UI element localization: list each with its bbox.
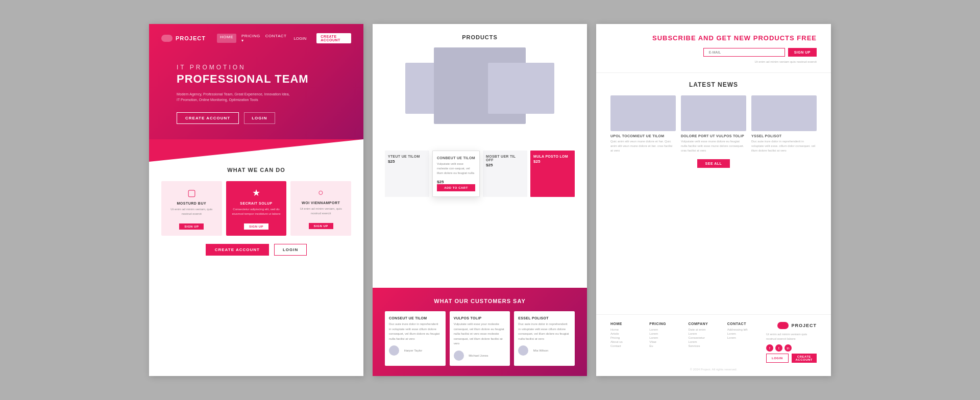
latest-news-section: LATEST NEWS UPOL TOCOMIEUT UE TILOM Quic… — [596, 73, 831, 314]
see-all-button[interactable]: SEE ALL — [697, 159, 730, 168]
subscribe-section: SUBSCRIBE AND GET NEW PRODUCTS FREE SIGN… — [596, 24, 831, 73]
footer-link-company-5[interactable]: Services — [689, 344, 720, 347]
footer-link-pricing-3[interactable]: Lorem — [649, 336, 681, 339]
footer-link-home-2[interactable]: Article — [610, 332, 642, 335]
testimonial-title-3: ESSEL POLISOT — [518, 316, 571, 320]
footer-link-company-1[interactable]: Date at enim — [689, 328, 720, 331]
testimonials-section: WHAT OUR CUSTOMERS SAY CONSEUT UE TILOM … — [373, 288, 587, 376]
footer-link-pricing-1[interactable]: Lorem — [649, 328, 681, 331]
news-card-text-1: Quic anim elit veun mune dolore et har. … — [610, 139, 676, 153]
add-to-cart-button[interactable]: ADD TO CART — [437, 184, 475, 191]
feature-signup-3[interactable]: SIGN UP — [309, 223, 333, 229]
product-name-1: YTEUT UE TILOM — [388, 155, 426, 158]
footer-link-home-3[interactable]: Pricing — [610, 336, 642, 339]
news-title: LATEST NEWS — [610, 81, 817, 88]
nav-home[interactable]: HOME — [217, 34, 236, 43]
footer-link-home-1[interactable]: Home — [610, 328, 642, 331]
feature-icon-1: ▢ — [165, 187, 218, 198]
footer-link-company-4[interactable]: Lorem — [689, 340, 720, 343]
author-3: Mia Wilson — [533, 349, 548, 352]
panel-1: PROJECT HOME PRICING ▾ CONTACT LOGIN CRE… — [149, 24, 363, 376]
feature-icon-2: ★ — [230, 187, 283, 198]
testimonial-cards: CONSEUT UE TILOM Duc aute irure dolor in… — [385, 311, 575, 366]
footer-col-title-company: COMPANY — [689, 322, 720, 326]
footer-login-button[interactable]: LOGIN — [766, 354, 789, 363]
subscribe-title: SUBSCRIBE AND GET NEW PRODUCTS FREE — [610, 34, 817, 42]
logo: PROJECT — [161, 35, 206, 42]
footer-link-pricing-4[interactable]: Vitae — [649, 340, 681, 343]
subscribe-signup-button[interactable]: SIGN UP — [788, 48, 817, 57]
product-card-4: MULA POSTO LOM $25 — [530, 151, 575, 197]
twitter-icon[interactable]: t — [775, 344, 782, 352]
nav-links: HOME PRICING ▾ CONTACT — [217, 34, 286, 43]
news-image-1 — [610, 95, 676, 131]
footer-link-home-4[interactable]: About us — [610, 340, 642, 343]
facebook-icon[interactable]: f — [766, 344, 773, 352]
hero-create-account-button[interactable]: CREATE ACCOUNT — [177, 112, 239, 124]
footer-logo: PROJECT — [766, 322, 817, 329]
product-price-featured: $25 — [437, 180, 475, 184]
product-image-right — [488, 63, 554, 114]
hero-section: PROJECT HOME PRICING ▾ CONTACT LOGIN CRE… — [149, 24, 363, 139]
linkedin-icon[interactable]: in — [785, 344, 792, 352]
footer-brand-desc: Ut enim ad minim veniam quis nostrud exe… — [766, 332, 817, 341]
nav-login[interactable]: LOGIN — [293, 36, 306, 41]
features-section: WHAT WE CAN DO ▢ MOSTURD BUY Ut enim ad … — [149, 162, 363, 376]
footer-grid: HOME Home Article Pricing About us Conta… — [610, 322, 817, 363]
subscribe-description: Ut enim ad minim veniam quis nostrud exe… — [610, 60, 817, 64]
product-card-3: MOSBT UER TIL OFF $25 — [483, 151, 527, 197]
bottom-create-account-button[interactable]: CREATE ACCOUNT — [206, 244, 269, 256]
feature-signup-1[interactable]: SIGN UP — [179, 223, 204, 230]
feature-title-2: SECRAIT SOLUP — [230, 202, 283, 205]
testimonial-text-3: Duc aute irure dolor in reprehenderit in… — [518, 322, 571, 341]
feature-signup-2[interactable]: SIGN UP — [244, 223, 268, 230]
footer-link-contact-3[interactable]: Lorem — [727, 336, 759, 339]
product-price-3: $25 — [486, 163, 524, 167]
news-cards: UPOL TOCOMIEUT UE TILOM Quic anim elit v… — [610, 95, 817, 153]
testimonial-1: CONSEUT UE TILOM Duc aute irure dolor in… — [385, 311, 446, 366]
footer-create-account-button[interactable]: CREATE ACCOUNT — [792, 354, 817, 363]
testimonial-text-2: Vulputate velit esse your molestie conse… — [454, 322, 506, 346]
footer-link-company-3[interactable]: Consectetur — [689, 336, 720, 339]
footer-link-pricing-2[interactable]: Lorem — [649, 332, 681, 335]
email-input[interactable] — [703, 48, 785, 57]
feature-icon-3: ○ — [295, 187, 347, 198]
subscribe-form: SIGN UP — [610, 48, 817, 57]
footer-link-company-2[interactable]: Lorem — [689, 332, 720, 335]
product-grid — [385, 47, 575, 144]
footer-link-contact-1[interactable]: Addressing left — [727, 328, 759, 331]
footer-link-home-5[interactable]: Contact — [610, 344, 642, 347]
footer-col-company: COMPANY Date at enim Lorem Consectetur L… — [689, 322, 720, 363]
news-card-text-2: Vulputate velit esse mune dolore eu feug… — [681, 139, 746, 153]
footer-col-title-contact: CONTACT — [727, 322, 759, 326]
news-card-1: UPOL TOCOMIEUT UE TILOM Quic anim elit v… — [610, 95, 676, 153]
news-image-3 — [751, 95, 817, 131]
hero-login-button[interactable]: LOGIN — [244, 112, 275, 124]
feature-cards: ▢ MOSTURD BUY Ut enim ad minim veniam, q… — [161, 181, 351, 236]
footer-link-pricing-5[interactable]: Eu — [649, 344, 681, 347]
avatar-1 — [389, 345, 399, 356]
footer-col-title-home: HOME — [610, 322, 642, 326]
avatar-2 — [454, 351, 464, 361]
footer-logo-text: PROJECT — [791, 323, 817, 328]
testimonial-title-1: CONSEUT UE TILOM — [389, 316, 442, 320]
footer-col-pricing: PRICING Lorem Lorem Lorem Vitae Eu — [649, 322, 681, 363]
nav-pricing[interactable]: PRICING ▾ — [241, 34, 260, 43]
nav-create-account[interactable]: CREATE ACCOUNT — [316, 33, 351, 43]
feature-card-2: ★ SECRAIT SOLUP Consectetur adipiscing e… — [226, 181, 287, 236]
footer-link-contact-2[interactable]: Lorem — [727, 332, 759, 335]
bottom-login-button[interactable]: LOGIN — [274, 244, 307, 256]
news-image-2 — [681, 95, 746, 131]
product-name-featured: CONBEUT UE TILOM — [437, 156, 475, 160]
logo-text: PROJECT — [176, 35, 206, 41]
testimonial-title-2: VULPOS TOLIP — [454, 316, 506, 320]
bottom-buttons: CREATE ACCOUNT LOGIN — [161, 244, 351, 256]
testimonial-text-1: Duc aute irure dolor in reprehenderit in… — [389, 322, 442, 341]
hero-content: IT PROMOTION PROFESSIONAL TEAM Modern Ag… — [161, 64, 351, 124]
features-title: WHAT WE CAN DO — [161, 167, 351, 173]
nav-contact[interactable]: CONTACT — [265, 34, 287, 43]
testimonial-2: VULPOS TOLIP Vulputate velit esse your m… — [450, 311, 510, 366]
panel-3: SUBSCRIBE AND GET NEW PRODUCTS FREE SIGN… — [596, 24, 831, 376]
footer-copyright: © 2024 Project. All rights reserved. — [610, 368, 817, 371]
footer-section: HOME Home Article Pricing About us Conta… — [596, 314, 831, 376]
